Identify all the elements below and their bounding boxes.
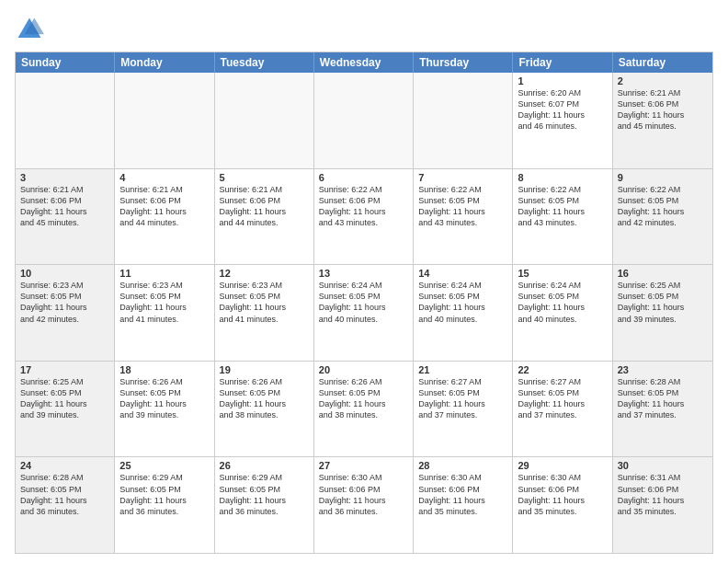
day-info: Sunrise: 6:30 AM Sunset: 6:06 PM Dayligh…	[418, 472, 507, 517]
day-info: Sunrise: 6:28 AM Sunset: 6:05 PM Dayligh…	[618, 376, 708, 421]
day-number: 24	[20, 460, 109, 471]
day-cell-13: 13Sunrise: 6:24 AM Sunset: 6:05 PM Dayli…	[314, 265, 414, 361]
empty-cell	[215, 73, 314, 168]
day-info: Sunrise: 6:25 AM Sunset: 6:05 PM Dayligh…	[20, 376, 109, 421]
day-cell-30: 30Sunrise: 6:31 AM Sunset: 6:06 PM Dayli…	[613, 457, 712, 553]
day-number: 1	[518, 75, 607, 86]
day-cell-16: 16Sunrise: 6:25 AM Sunset: 6:05 PM Dayli…	[613, 265, 712, 361]
day-number: 8	[518, 172, 607, 183]
calendar-row-0: 1Sunrise: 6:20 AM Sunset: 6:07 PM Daylig…	[16, 73, 712, 168]
header-day-sunday: Sunday	[16, 52, 115, 73]
day-cell-15: 15Sunrise: 6:24 AM Sunset: 6:05 PM Dayli…	[513, 265, 612, 361]
day-cell-6: 6Sunrise: 6:22 AM Sunset: 6:06 PM Daylig…	[314, 169, 414, 265]
calendar-row-1: 3Sunrise: 6:21 AM Sunset: 6:06 PM Daylig…	[16, 168, 712, 265]
day-number: 6	[319, 172, 408, 183]
day-cell-29: 29Sunrise: 6:30 AM Sunset: 6:06 PM Dayli…	[513, 457, 612, 553]
day-info: Sunrise: 6:21 AM Sunset: 6:06 PM Dayligh…	[20, 184, 109, 229]
header-day-monday: Monday	[115, 52, 214, 73]
day-info: Sunrise: 6:22 AM Sunset: 6:05 PM Dayligh…	[418, 184, 507, 229]
day-number: 23	[618, 364, 708, 375]
day-cell-11: 11Sunrise: 6:23 AM Sunset: 6:05 PM Dayli…	[115, 265, 214, 361]
day-cell-7: 7Sunrise: 6:22 AM Sunset: 6:05 PM Daylig…	[414, 169, 513, 265]
day-number: 5	[220, 172, 309, 183]
day-info: Sunrise: 6:26 AM Sunset: 6:05 PM Dayligh…	[220, 376, 309, 421]
day-info: Sunrise: 6:30 AM Sunset: 6:06 PM Dayligh…	[319, 472, 408, 517]
calendar: SundayMondayTuesdayWednesdayThursdayFrid…	[15, 52, 713, 554]
logo-icon	[15, 15, 44, 44]
day-info: Sunrise: 6:24 AM Sunset: 6:05 PM Dayligh…	[418, 280, 507, 325]
day-number: 20	[319, 364, 408, 375]
day-number: 14	[418, 268, 507, 279]
day-cell-23: 23Sunrise: 6:28 AM Sunset: 6:05 PM Dayli…	[613, 362, 712, 457]
day-cell-14: 14Sunrise: 6:24 AM Sunset: 6:05 PM Dayli…	[414, 265, 513, 361]
day-info: Sunrise: 6:27 AM Sunset: 6:05 PM Dayligh…	[518, 376, 607, 421]
day-cell-25: 25Sunrise: 6:29 AM Sunset: 6:05 PM Dayli…	[115, 457, 214, 553]
calendar-row-3: 17Sunrise: 6:25 AM Sunset: 6:05 PM Dayli…	[16, 361, 712, 457]
day-number: 10	[20, 268, 109, 279]
day-cell-27: 27Sunrise: 6:30 AM Sunset: 6:06 PM Dayli…	[314, 457, 414, 553]
day-number: 29	[518, 460, 607, 471]
day-info: Sunrise: 6:22 AM Sunset: 6:06 PM Dayligh…	[319, 184, 408, 229]
calendar-header: SundayMondayTuesdayWednesdayThursdayFrid…	[16, 52, 712, 73]
header-day-saturday: Saturday	[613, 52, 712, 73]
day-number: 12	[220, 268, 309, 279]
day-cell-21: 21Sunrise: 6:27 AM Sunset: 6:05 PM Dayli…	[414, 362, 513, 457]
empty-cell	[314, 73, 414, 168]
day-info: Sunrise: 6:21 AM Sunset: 6:06 PM Dayligh…	[618, 87, 708, 132]
day-number: 9	[618, 172, 708, 183]
day-info: Sunrise: 6:23 AM Sunset: 6:05 PM Dayligh…	[119, 280, 209, 325]
day-info: Sunrise: 6:31 AM Sunset: 6:06 PM Dayligh…	[618, 472, 708, 517]
day-info: Sunrise: 6:22 AM Sunset: 6:05 PM Dayligh…	[618, 184, 708, 229]
day-info: Sunrise: 6:21 AM Sunset: 6:06 PM Dayligh…	[220, 184, 309, 229]
header-day-friday: Friday	[513, 52, 612, 73]
empty-cell	[414, 73, 513, 168]
day-number: 3	[20, 172, 109, 183]
day-info: Sunrise: 6:26 AM Sunset: 6:05 PM Dayligh…	[119, 376, 209, 421]
header	[15, 15, 713, 44]
day-number: 21	[418, 364, 507, 375]
day-number: 17	[20, 364, 109, 375]
day-number: 26	[220, 460, 309, 471]
day-cell-28: 28Sunrise: 6:30 AM Sunset: 6:06 PM Dayli…	[414, 457, 513, 553]
calendar-row-2: 10Sunrise: 6:23 AM Sunset: 6:05 PM Dayli…	[16, 264, 712, 361]
day-cell-24: 24Sunrise: 6:28 AM Sunset: 6:05 PM Dayli…	[16, 457, 115, 553]
empty-cell	[16, 73, 115, 168]
day-number: 16	[618, 268, 708, 279]
day-cell-17: 17Sunrise: 6:25 AM Sunset: 6:05 PM Dayli…	[16, 362, 115, 457]
day-cell-22: 22Sunrise: 6:27 AM Sunset: 6:05 PM Dayli…	[513, 362, 612, 457]
calendar-body: 1Sunrise: 6:20 AM Sunset: 6:07 PM Daylig…	[16, 73, 712, 553]
day-number: 15	[518, 268, 607, 279]
calendar-row-4: 24Sunrise: 6:28 AM Sunset: 6:05 PM Dayli…	[16, 456, 712, 553]
day-cell-1: 1Sunrise: 6:20 AM Sunset: 6:07 PM Daylig…	[513, 73, 612, 168]
day-info: Sunrise: 6:24 AM Sunset: 6:05 PM Dayligh…	[319, 280, 408, 325]
header-day-tuesday: Tuesday	[215, 52, 314, 73]
day-cell-18: 18Sunrise: 6:26 AM Sunset: 6:05 PM Dayli…	[115, 362, 214, 457]
day-info: Sunrise: 6:23 AM Sunset: 6:05 PM Dayligh…	[220, 280, 309, 325]
day-number: 18	[119, 364, 209, 375]
day-cell-2: 2Sunrise: 6:21 AM Sunset: 6:06 PM Daylig…	[613, 73, 712, 168]
day-info: Sunrise: 6:30 AM Sunset: 6:06 PM Dayligh…	[518, 472, 607, 517]
day-info: Sunrise: 6:24 AM Sunset: 6:05 PM Dayligh…	[518, 280, 607, 325]
day-info: Sunrise: 6:20 AM Sunset: 6:07 PM Dayligh…	[518, 87, 607, 132]
day-cell-3: 3Sunrise: 6:21 AM Sunset: 6:06 PM Daylig…	[16, 169, 115, 265]
day-number: 13	[319, 268, 408, 279]
day-number: 25	[119, 460, 209, 471]
day-info: Sunrise: 6:25 AM Sunset: 6:05 PM Dayligh…	[618, 280, 708, 325]
day-number: 2	[618, 75, 708, 86]
day-info: Sunrise: 6:29 AM Sunset: 6:05 PM Dayligh…	[119, 472, 209, 517]
day-info: Sunrise: 6:26 AM Sunset: 6:05 PM Dayligh…	[319, 376, 408, 421]
header-day-wednesday: Wednesday	[314, 52, 414, 73]
header-day-thursday: Thursday	[414, 52, 513, 73]
day-info: Sunrise: 6:21 AM Sunset: 6:06 PM Dayligh…	[119, 184, 209, 229]
day-number: 28	[418, 460, 507, 471]
page: SundayMondayTuesdayWednesdayThursdayFrid…	[0, 0, 728, 563]
day-info: Sunrise: 6:22 AM Sunset: 6:05 PM Dayligh…	[518, 184, 607, 229]
empty-cell	[115, 73, 214, 168]
day-cell-19: 19Sunrise: 6:26 AM Sunset: 6:05 PM Dayli…	[215, 362, 314, 457]
day-number: 7	[418, 172, 507, 183]
day-number: 4	[119, 172, 209, 183]
day-cell-5: 5Sunrise: 6:21 AM Sunset: 6:06 PM Daylig…	[215, 169, 314, 265]
day-number: 30	[618, 460, 708, 471]
day-cell-26: 26Sunrise: 6:29 AM Sunset: 6:05 PM Dayli…	[215, 457, 314, 553]
day-number: 27	[319, 460, 408, 471]
